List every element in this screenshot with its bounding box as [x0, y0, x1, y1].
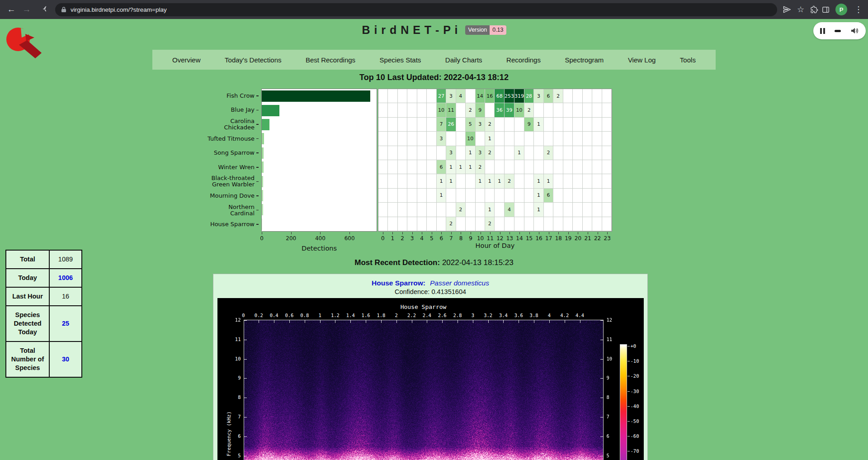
species-label-text: Fish Crow: [226, 93, 255, 99]
heatmap-cell: 2: [505, 174, 514, 188]
heatmap-cell: 27: [437, 89, 446, 103]
address-bar[interactable]: virginia.birdnetpi.com/?stream=play: [55, 3, 777, 16]
spectrogram-x-tick-label: 1: [318, 313, 321, 318]
heatmap-cell: [514, 174, 524, 188]
spectrogram-x-tick-mark: [412, 320, 412, 323]
colorbar-tick-label: -40: [631, 403, 639, 409]
heatmap-cell: [476, 132, 485, 146]
heatmap-cell: [573, 174, 582, 188]
heatmap-cell: [407, 189, 417, 203]
heatmap-cell: [524, 203, 534, 217]
extensions-puzzle-icon[interactable]: [810, 5, 818, 14]
spectrogram-x-tick-label: 0.8: [300, 313, 309, 318]
nav-item-best-recordings[interactable]: Best Recordings: [306, 56, 355, 64]
hour-axis-title: Hour of Day: [476, 242, 515, 249]
stat-value[interactable]: 1006: [49, 269, 82, 287]
spectrogram-y-tick-label: 5: [219, 453, 241, 458]
nav-item-spectrogram[interactable]: Spectrogram: [565, 56, 604, 64]
spectrogram-x-tick-mark: [289, 320, 290, 323]
heatmap-cell: [407, 160, 417, 174]
bar-axis-tick-label: 0: [260, 235, 264, 242]
hour-axis-tick: [519, 232, 520, 234]
spectrogram-y-tick-label: 5: [607, 453, 609, 458]
side-panel-icon[interactable]: [821, 5, 830, 14]
hour-axis-tick: [607, 232, 608, 234]
volume-icon[interactable]: [851, 27, 859, 34]
nav-item-tools[interactable]: Tools: [680, 56, 696, 64]
stat-label: Total Number of Species: [6, 341, 49, 377]
nav-item-view-log[interactable]: View Log: [628, 56, 656, 64]
heatmap-cell: 1: [514, 146, 524, 160]
hour-axis-tick-label: 15: [526, 235, 533, 242]
bookmark-star-icon[interactable]: ☆: [795, 5, 807, 14]
heatmap-cell: [592, 203, 602, 217]
heatmap-cell: [544, 103, 553, 117]
heatmap-cell: 68: [495, 89, 504, 103]
profile-avatar[interactable]: P: [835, 4, 847, 15]
nav-item-recordings[interactable]: Recordings: [506, 56, 541, 64]
detection-scientific-name[interactable]: Passer domesticus: [430, 279, 489, 287]
detection-common-name[interactable]: House Sparrow:: [372, 279, 425, 287]
species-label-text: Song Sparrow: [214, 150, 255, 156]
heatmap-cell: [553, 146, 563, 160]
species-label: House Sparrow: [176, 217, 259, 232]
heatmap-cell: [563, 189, 573, 203]
spectrogram-x-tick-mark: [259, 320, 259, 323]
heatmap-cell: 2: [446, 217, 456, 231]
detections-bar: [262, 204, 263, 215]
species-label-text: CarolinaChickadee: [224, 118, 255, 131]
heatmap-cell: [505, 217, 514, 231]
seek-handle[interactable]: [835, 30, 841, 32]
forward-button[interactable]: →: [19, 2, 34, 17]
stream-audio-player[interactable]: [813, 22, 866, 39]
heatmap-cell: 2: [485, 118, 495, 132]
heatmap-cell: [583, 146, 592, 160]
heatmap-cell: [573, 89, 582, 103]
heatmap-cell: [563, 217, 573, 231]
heatmap-cell: [398, 217, 407, 231]
reload-icon: [38, 6, 46, 14]
browser-menu-kebab-icon[interactable]: ⋮: [853, 5, 864, 14]
heatmap-cell: [417, 160, 427, 174]
heatmap-cell: 1: [534, 118, 543, 132]
spectrogram-x-tick-mark: [320, 320, 321, 323]
heatmap-cell: [505, 146, 514, 160]
bar-row: [262, 118, 377, 132]
bar-row: [262, 132, 377, 146]
nav-item-today-s-detections[interactable]: Today's Detections: [225, 56, 281, 64]
colorbar-tick-label: -10: [631, 358, 639, 364]
spectrogram-x-tick-mark: [488, 320, 489, 323]
site-info-lock-icon[interactable]: [61, 6, 66, 13]
spectrogram-y-tick-mark: [600, 417, 603, 417]
stat-value[interactable]: 30: [49, 341, 82, 377]
send-icon[interactable]: [783, 5, 792, 14]
nav-item-daily-charts[interactable]: Daily Charts: [445, 56, 482, 64]
heatmap-cell: [417, 103, 427, 117]
heatmap-cell: [407, 203, 417, 217]
pause-button[interactable]: [820, 28, 825, 34]
nav-item-overview[interactable]: Overview: [172, 56, 201, 64]
version-badge: Version 0.13: [465, 25, 506, 35]
hour-axis-tick-label: 22: [594, 235, 601, 242]
hour-axis-tick-label: 21: [584, 235, 591, 242]
nav-item-species-stats[interactable]: Species Stats: [380, 56, 421, 64]
heatmap-cell: [388, 160, 397, 174]
back-button[interactable]: ←: [4, 2, 19, 17]
bar-row: [262, 217, 377, 231]
species-label: NorthernCardinal: [176, 203, 259, 218]
stat-value[interactable]: 25: [49, 306, 82, 341]
spectrogram-x-tick-mark: [305, 320, 305, 323]
spectrogram-y-tick-label: 10: [607, 356, 613, 361]
species-label: Song Sparrow: [176, 146, 259, 160]
heatmap-cell: [514, 118, 524, 132]
heatmap-cell: [398, 118, 407, 132]
colorbar-tick-mark: [627, 436, 630, 436]
reload-button[interactable]: [34, 2, 50, 17]
heatmap-cell: 2: [476, 160, 485, 174]
heatmap-cell: [583, 118, 592, 132]
spectrogram-y-tick-label: 12: [607, 317, 613, 322]
heatmap-cell: [388, 203, 397, 217]
spectrogram-y-tick-label: 7: [219, 414, 241, 419]
bar-axis-title: Detections: [302, 245, 337, 252]
spectrogram-y-tick-label: 7: [607, 414, 609, 419]
